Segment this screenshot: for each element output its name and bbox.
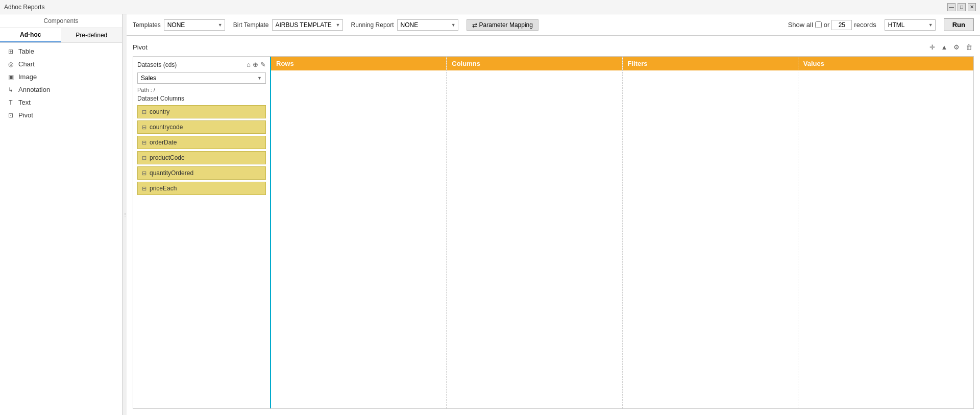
column-item-countrycode[interactable]: ⊟ countrycode: [137, 120, 266, 134]
dataset-add-icon[interactable]: ⊕: [253, 61, 258, 68]
col-icon-priceeach: ⊟: [142, 185, 146, 192]
sidebar-item-pivot[interactable]: ⊡ Pivot: [0, 109, 122, 121]
sidebar-item-text[interactable]: T Text: [0, 96, 122, 109]
birt-label: Birt Template: [233, 21, 269, 29]
sidebar-item-image[interactable]: ▣ Image: [0, 70, 122, 83]
running-group: Running Report NONE: [351, 19, 458, 31]
drop-zone-rows[interactable]: Rows: [271, 57, 447, 408]
column-item-country[interactable]: ⊟ country: [137, 105, 266, 118]
drop-zone-filters-header: Filters: [623, 57, 798, 70]
tab-predefined[interactable]: Pre-defined: [61, 28, 122, 42]
sidebar-item-label-annotation: Annotation: [18, 86, 50, 93]
tab-adhoc[interactable]: Ad-hoc: [0, 28, 61, 42]
pivot-layout: Datasets (cds) ⌂ ⊕ ✎ Sales: [133, 56, 974, 409]
dataset-columns-label: Dataset Columns: [137, 95, 266, 102]
dataset-select[interactable]: Sales: [137, 72, 266, 84]
birt-group: Birt Template AIRBUS TEMPLATE: [233, 19, 343, 31]
drop-zone-rows-body: [271, 70, 446, 408]
annotation-icon: ↳: [6, 86, 15, 93]
dataset-panel-title: Datasets (cds): [137, 61, 177, 68]
birt-select-wrapper: AIRBUS TEMPLATE: [272, 19, 343, 31]
pivot-move-icon[interactable]: ✛: [927, 42, 937, 52]
drop-zone-filters-body: [623, 70, 798, 408]
birt-select[interactable]: AIRBUS TEMPLATE: [272, 19, 343, 31]
pivot-container: Pivot ✛ ▲ ⚙ 🗑 Datasets (cds) ⌂: [127, 36, 980, 415]
sidebar-item-table[interactable]: ⊞ Table: [0, 45, 122, 58]
dataset-panel: Datasets (cds) ⌂ ⊕ ✎ Sales: [133, 57, 271, 408]
templates-select-wrapper: NONE: [164, 19, 225, 31]
param-mapping-icon: ⇄: [472, 21, 477, 29]
col-label-productcode: productCode: [150, 154, 185, 161]
show-all-checkbox[interactable]: [815, 21, 822, 28]
drop-zones: Rows Columns Filters Values: [271, 57, 973, 408]
pivot-delete-icon[interactable]: 🗑: [964, 42, 974, 52]
drop-zone-rows-header: Rows: [271, 57, 446, 70]
running-label: Running Report: [351, 21, 394, 29]
dataset-panel-icons: ⌂ ⊕ ✎: [247, 61, 266, 68]
col-label-quantityordered: quantityOrdered: [150, 169, 193, 177]
minimize-icon[interactable]: —: [947, 3, 955, 11]
text-icon: T: [6, 99, 15, 106]
sidebar-item-label-table: Table: [18, 47, 34, 55]
templates-group: Templates NONE: [133, 19, 225, 31]
pivot-settings-icon[interactable]: ⚙: [951, 42, 962, 52]
run-button[interactable]: Run: [944, 18, 974, 31]
content-area: Templates NONE Birt Template AIRBUS TEMP…: [127, 14, 980, 415]
templates-label: Templates: [133, 21, 161, 29]
drop-zone-values[interactable]: Values: [798, 57, 973, 408]
column-item-productcode[interactable]: ⊟ productCode: [137, 151, 266, 164]
pivot-up-icon[interactable]: ▲: [939, 42, 949, 52]
format-select[interactable]: HTML: [885, 19, 936, 31]
close-icon[interactable]: ✕: [968, 3, 976, 11]
app-title: Adhoc Reports: [4, 4, 44, 11]
sidebar-item-label-pivot: Pivot: [18, 111, 33, 119]
divider-dots: ⋮: [123, 212, 127, 217]
column-item-priceeach[interactable]: ⊟ priceEach: [137, 182, 266, 195]
sidebar-item-label-text: Text: [18, 99, 31, 106]
sidebar-items: ⊞ Table ◎ Chart ▣ Image ↳ Annotation T: [0, 43, 122, 124]
param-mapping-button[interactable]: ⇄ Parameter Mapping: [467, 19, 538, 31]
image-icon: ▣: [6, 74, 15, 81]
sidebar-item-label-chart: Chart: [18, 60, 35, 68]
records-label: records: [854, 21, 876, 29]
dataset-edit-icon[interactable]: ✎: [260, 61, 266, 68]
column-item-quantityordered[interactable]: ⊟ quantityOrdered: [137, 166, 266, 180]
drop-zone-columns-header: Columns: [447, 57, 622, 70]
col-label-priceeach: priceEach: [150, 185, 177, 192]
sidebar-item-annotation[interactable]: ↳ Annotation: [0, 83, 122, 96]
pivot-title: Pivot: [133, 43, 148, 51]
sidebar-tabs: Ad-hoc Pre-defined: [0, 28, 122, 43]
col-icon-countrycode: ⊟: [142, 124, 146, 131]
show-all-group: Show all or records: [788, 20, 876, 30]
sidebar-item-label-image: Image: [18, 73, 37, 81]
sidebar: Components Ad-hoc Pre-defined ⊞ Table ◎ …: [0, 14, 122, 415]
maximize-icon[interactable]: □: [958, 3, 966, 11]
dataset-columns-list: ⊟ country ⊟ countrycode ⊟ orderDate: [137, 105, 266, 195]
pivot-icon: ⊡: [6, 112, 15, 119]
col-label-countrycode: countrycode: [150, 124, 183, 131]
drop-zone-filters[interactable]: Filters: [623, 57, 798, 408]
or-label: or: [824, 21, 830, 29]
pivot-tools: ✛ ▲ ⚙ 🗑: [927, 42, 974, 52]
running-select[interactable]: NONE: [397, 19, 458, 31]
dataset-path: Path : /: [137, 87, 266, 93]
dataset-panel-header: Datasets (cds) ⌂ ⊕ ✎: [137, 61, 266, 68]
sidebar-item-chart[interactable]: ◎ Chart: [0, 58, 122, 70]
col-icon-orderdate: ⊟: [142, 139, 146, 146]
sidebar-divider[interactable]: ⋮: [122, 14, 127, 415]
pivot-header: Pivot ✛ ▲ ⚙ 🗑: [133, 42, 974, 52]
dataset-home-icon[interactable]: ⌂: [247, 61, 251, 68]
dataset-select-wrapper: Sales: [137, 72, 266, 84]
drop-zone-columns[interactable]: Columns: [447, 57, 622, 408]
templates-select[interactable]: NONE: [164, 19, 225, 31]
records-input[interactable]: [831, 20, 852, 30]
chart-icon: ◎: [6, 61, 15, 68]
column-item-orderdate[interactable]: ⊟ orderDate: [137, 136, 266, 149]
col-label-country: country: [150, 108, 169, 115]
col-icon-country: ⊟: [142, 109, 146, 115]
title-bar-icons: — □ ✕: [947, 3, 976, 11]
col-icon-productcode: ⊟: [142, 155, 146, 161]
drop-zone-values-body: [798, 70, 973, 408]
drop-zone-values-header: Values: [798, 57, 973, 70]
sidebar-header: Components: [0, 14, 122, 28]
